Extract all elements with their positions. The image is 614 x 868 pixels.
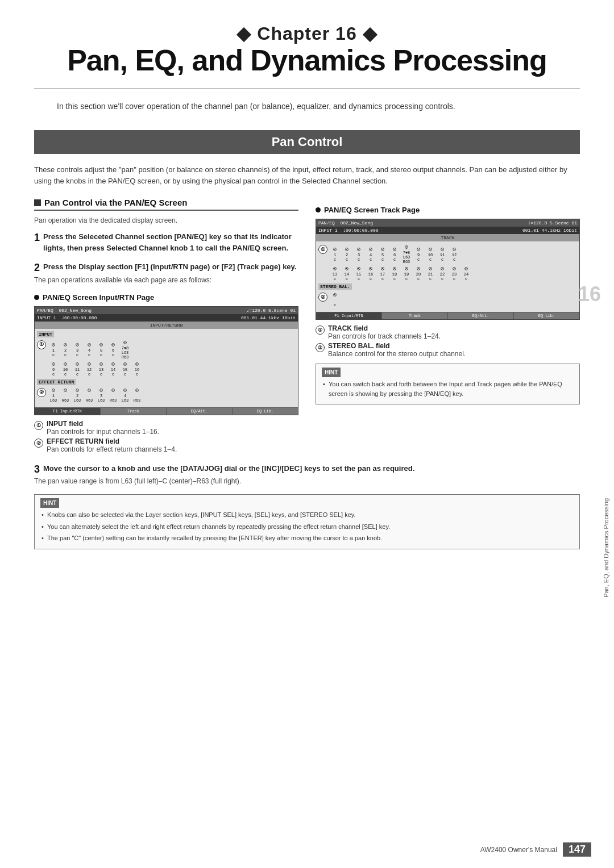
chapter-title: ◆ Chapter 16 ◆ bbox=[34, 23, 580, 44]
knob-11: ⊙11c bbox=[72, 361, 82, 377]
track-field-title: TRACK field bbox=[328, 324, 368, 332]
input-anno-2: ② EFFECT RETURN field Pan controls for e… bbox=[34, 437, 298, 453]
stereo-bal-annotated: ② ⊙c bbox=[318, 291, 577, 308]
page-footer: AW2400 Owner's Manual 147 bbox=[0, 842, 614, 857]
track-screen-second-bar: INPUT 1 ♩00:00:00.000 001.01 44.1kHz 16b… bbox=[316, 227, 579, 234]
stereo-field-body: Balance control for the stereo output ch… bbox=[328, 350, 466, 358]
effect-row-annotated: ② ⊙1L63 ⊙R63 ⊙2L63 ⊙R63 ⊙3L63 ⊙R63 ⊙4L63… bbox=[37, 387, 296, 404]
stereo-field-title: STEREO BAL. field bbox=[328, 342, 390, 350]
anno-marker-1: ① bbox=[34, 421, 43, 430]
chapter-number: Chapter 16 bbox=[257, 23, 356, 44]
track-title-right: ♩=120.0 5.Scene 01 bbox=[528, 220, 577, 226]
step-2: 2 Press the Display section [F1] (Input/… bbox=[34, 261, 298, 285]
t-knob-1: ⊙1c bbox=[330, 246, 340, 262]
bullet-dot-track bbox=[316, 207, 321, 212]
t-knob-11: ⊙11c bbox=[437, 246, 447, 262]
track-title-left: PAN/EQ 002_New_Song bbox=[318, 220, 373, 226]
track-bar-right: 001.01 44.1kHz 16bit bbox=[522, 228, 577, 233]
knob-13: ⊙13c bbox=[96, 361, 106, 377]
screen-second-bar: INPUT 1 ♩00:00:00.000 001.01 44.1kHz 16b… bbox=[35, 314, 298, 322]
eff-knob-2: ⊙2L63 bbox=[72, 387, 82, 403]
eff-knob-2r: ⊙R63 bbox=[84, 387, 94, 403]
tab-track-track[interactable]: Track bbox=[382, 312, 448, 319]
track-knob-row2: ⊙13c ⊙14c ⊙15c ⊙16c ⊙17c ⊙18c ⊙19c ⊙20c … bbox=[330, 265, 577, 281]
t-knob-15: ⊙15c bbox=[354, 265, 364, 281]
input-knob-row2: ⊙9c ⊙10c ⊙11c ⊙12c ⊙13c ⊙14c ⊙15c ⊙16c bbox=[48, 361, 296, 377]
hint-2-bullet-1: Knobs can also be selected via the Layer… bbox=[47, 510, 574, 520]
tab-input-rtn[interactable]: F1 Input/RTN bbox=[35, 408, 101, 415]
track-annotation-1: ① bbox=[318, 245, 327, 254]
effect-section-label: EFFECT RETURN bbox=[37, 379, 76, 385]
step-2-text: Press the Display section [F1] (Input/RT… bbox=[43, 261, 298, 273]
effect-field-title: EFFECT RETURN field bbox=[47, 437, 119, 445]
t-knob-22: ⊙22c bbox=[437, 265, 447, 281]
annotation-2: ② bbox=[37, 388, 46, 397]
input-field-title: INPUT field bbox=[47, 420, 83, 428]
eff-knob-4: ⊙4L63 bbox=[120, 387, 130, 403]
screen-top-bar: PAN/EQ 002_New_Song ♩=120.0 5.Scene 01 bbox=[35, 307, 298, 314]
tab-track-input-rtn[interactable]: F1 Input/RTN bbox=[316, 312, 382, 319]
tab-track-eq-lib[interactable]: EQ Lib. bbox=[514, 312, 579, 319]
knob-7: ⊙7♥8L63 R63 bbox=[120, 339, 130, 360]
hint-2-label: HINT bbox=[40, 498, 59, 508]
knob-3: ⊙3c bbox=[72, 341, 82, 357]
knob-9: ⊙9c bbox=[48, 361, 59, 377]
input-field-body: Pan controls for input channels 1–16. bbox=[47, 428, 159, 436]
track-field-body: Pan controls for track channels 1–24. bbox=[328, 332, 441, 340]
eff-knob-1: ⊙1L63 bbox=[48, 387, 59, 403]
diamond-left: ◆ bbox=[237, 23, 251, 44]
knob-4: ⊙4c bbox=[84, 341, 94, 357]
track-row1-annotated: ① ⊙1c ⊙2c ⊙3c ⊙4c ⊙5c ⊙6c ⊙7♥8L63 R63 ⊙9… bbox=[318, 244, 577, 282]
t-knob-3: ⊙3c bbox=[354, 246, 364, 262]
t-knob-23: ⊙23c bbox=[449, 265, 459, 281]
tab-eq-att[interactable]: EQ/Att. bbox=[167, 408, 233, 415]
screen-title-right: ♩=120.0 5.Scene 01 bbox=[247, 308, 296, 313]
t-knob-6: ⊙6c bbox=[389, 246, 400, 262]
eff-knob-1r: ⊙R63 bbox=[60, 387, 70, 403]
bullet-dot bbox=[34, 295, 39, 300]
main-title: Pan, EQ, and Dynamics Processing bbox=[34, 44, 580, 77]
t-knob-24: ⊙24c bbox=[461, 265, 471, 281]
subsection-title: Pan Control via the PAN/EQ Screen bbox=[44, 198, 187, 207]
subsection-heading: Pan Control via the PAN/EQ Screen bbox=[34, 198, 298, 211]
track-anno-marker-1: ① bbox=[316, 326, 325, 335]
step-3-sub: The pan value range is from L63 (full le… bbox=[34, 476, 580, 486]
effect-knob-row: ⊙1L63 ⊙R63 ⊙2L63 ⊙R63 ⊙3L63 ⊙R63 ⊙4L63 ⊙… bbox=[48, 387, 296, 403]
track-anno-1: ① TRACK field Pan controls for track cha… bbox=[316, 324, 580, 340]
screen-bar-right: 001.01 44.1kHz 16bit bbox=[241, 315, 296, 320]
tab-eq-lib[interactable]: EQ Lib. bbox=[233, 408, 298, 415]
t-knob-7: ⊙7♥8L63 R63 bbox=[401, 244, 412, 264]
tab-track-eq-att[interactable]: EQ/Att. bbox=[448, 312, 514, 319]
t-knob-14: ⊙14c bbox=[342, 265, 352, 281]
track-page-label: PAN/EQ Screen Track Page bbox=[324, 206, 420, 214]
chapter-header: ◆ Chapter 16 ◆ Pan, EQ, and Dynamics Pro… bbox=[34, 23, 580, 77]
hint-2-bullet-3: The pan "C" (center) setting can be inst… bbox=[47, 533, 574, 543]
hint-2-bullet-2: You can alternately select the left and … bbox=[47, 522, 574, 532]
stereo-bal-label: STEREO BAL. bbox=[318, 283, 352, 290]
header-divider bbox=[34, 88, 580, 89]
tab-track[interactable]: Track bbox=[101, 408, 167, 415]
step-3-number: 3 bbox=[34, 463, 40, 476]
knob-6: ⊙6c bbox=[108, 341, 118, 357]
t-knob-12: ⊙12c bbox=[449, 246, 459, 262]
step-3-block: 3 Move the cursor to a knob and use the … bbox=[34, 463, 580, 487]
screen-bottom-tabs-input: F1 Input/RTN Track EQ/Att. EQ Lib. bbox=[35, 407, 298, 415]
input-page-heading: PAN/EQ Screen Input/RTN Page bbox=[34, 293, 298, 302]
eff-knob-3r: ⊙R63 bbox=[108, 387, 118, 403]
step-2-sub: The pan operations available via each pa… bbox=[34, 275, 298, 285]
track-bar-left: INPUT 1 ♩00:00:00.000 bbox=[318, 228, 379, 233]
left-column: Pan Control via the PAN/EQ Screen Pan op… bbox=[34, 198, 298, 455]
subsection-desc: Pan operation via the dedicated display … bbox=[34, 216, 298, 224]
t-knob-2: ⊙2c bbox=[342, 246, 352, 262]
hint-box-1: HINT You can switch back and forth betwe… bbox=[316, 364, 580, 404]
t-knob-4: ⊙4c bbox=[366, 246, 376, 262]
t-knob-10: ⊙10c bbox=[425, 246, 435, 262]
track-annotation-2: ② bbox=[318, 293, 327, 302]
t-knob-5: ⊙5c bbox=[377, 246, 388, 262]
pan-control-description: These controls adjust the "pan" position… bbox=[34, 164, 580, 188]
right-column: PAN/EQ Screen Track Page PAN/EQ 002_New_… bbox=[316, 198, 580, 455]
annotation-1: ① bbox=[37, 340, 46, 349]
screen-bar-left: INPUT 1 ♩00:00:00.000 bbox=[37, 315, 97, 320]
knob-14: ⊙14c bbox=[108, 361, 118, 377]
anno-marker-2: ② bbox=[34, 439, 43, 448]
